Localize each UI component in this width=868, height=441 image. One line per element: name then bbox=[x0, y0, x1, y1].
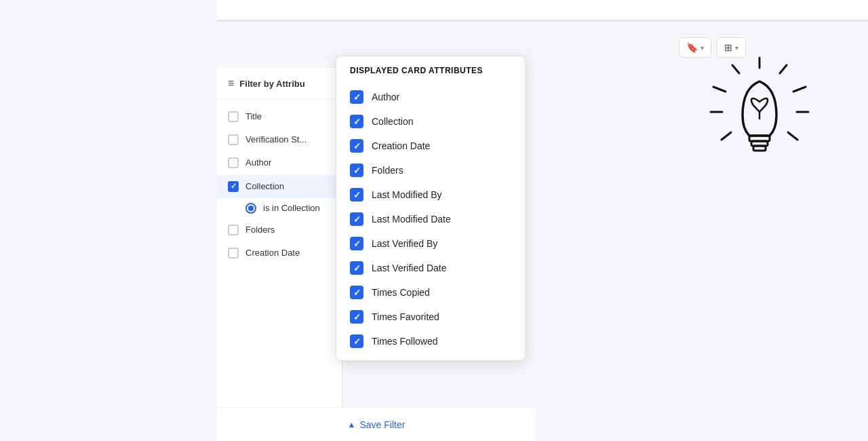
lightbulb-illustration bbox=[705, 54, 814, 190]
author-dd-label: Author bbox=[372, 92, 399, 102]
top-bar bbox=[217, 0, 868, 20]
creation-date-checkbox[interactable] bbox=[228, 248, 239, 258]
title-label: Title bbox=[245, 111, 262, 123]
title-checkbox[interactable] bbox=[228, 111, 239, 122]
dropdown-title: DISPLAYED CARD ATTRIBUTES bbox=[336, 56, 525, 82]
last-modified-by-dd-checkbox[interactable] bbox=[350, 188, 363, 202]
is-in-collection-label: is in Collection bbox=[263, 202, 320, 214]
times-favorited-dd-checkbox[interactable] bbox=[350, 310, 363, 324]
folders-dd-label: Folders bbox=[372, 165, 403, 176]
author-label: Author bbox=[245, 157, 271, 169]
dropdown-item-last-modified-date[interactable]: Last Modified Date bbox=[336, 207, 525, 231]
dropdown-item-last-modified-by[interactable]: Last Modified By bbox=[336, 183, 525, 207]
dropdown-item-last-verified-by[interactable]: Last Verified By bbox=[336, 231, 525, 256]
author-dd-checkbox[interactable] bbox=[350, 90, 363, 104]
collection-dd-checkbox[interactable] bbox=[350, 115, 363, 128]
last-modified-date-dd-label: Last Modified Date bbox=[372, 214, 451, 225]
last-modified-date-dd-checkbox[interactable] bbox=[350, 212, 363, 226]
last-verified-date-dd-label: Last Verified Date bbox=[372, 263, 447, 273]
author-checkbox[interactable] bbox=[228, 157, 239, 168]
times-followed-dd-checkbox[interactable] bbox=[350, 334, 363, 348]
filter-items-list: Title Verification St... Author Collecti… bbox=[217, 100, 342, 270]
creation-date-label: Creation Date bbox=[245, 247, 300, 259]
filter-item-verification[interactable]: Verification St... bbox=[217, 128, 342, 151]
folders-checkbox[interactable] bbox=[228, 225, 239, 235]
times-favorited-dd-label: Times Favorited bbox=[372, 311, 439, 322]
filter-panel: ≡ Filter by Attribu Title Verification S… bbox=[217, 68, 342, 441]
dropdown-item-collection[interactable]: Collection bbox=[336, 109, 525, 134]
filter-header-label: Filter by Attribu bbox=[239, 79, 304, 89]
last-verified-date-dd-checkbox[interactable] bbox=[350, 261, 363, 275]
collection-label: Collection bbox=[245, 180, 284, 193]
svg-line-3 bbox=[732, 65, 739, 73]
filter-item-collection[interactable]: Collection bbox=[217, 175, 342, 198]
dropdown-item-last-verified-date[interactable]: Last Verified Date bbox=[336, 256, 525, 280]
svg-rect-12 bbox=[753, 146, 766, 151]
card-attributes-dropdown: DISPLAYED CARD ATTRIBUTES Author Collect… bbox=[336, 56, 526, 361]
filter-item-title[interactable]: Title bbox=[217, 105, 342, 128]
times-copied-dd-checkbox[interactable] bbox=[350, 286, 363, 299]
last-verified-by-dd-checkbox[interactable] bbox=[350, 237, 363, 250]
svg-line-7 bbox=[722, 132, 731, 140]
last-modified-by-dd-label: Last Modified By bbox=[372, 189, 442, 200]
top-divider bbox=[217, 20, 868, 22]
save-filter-label: Save Filter bbox=[359, 419, 405, 430]
filter-sub-item-is-in-collection[interactable]: is in Collection bbox=[217, 198, 342, 218]
bookmark-icon: 🔖 bbox=[686, 42, 698, 53]
times-copied-dd-label: Times Copied bbox=[372, 287, 430, 298]
dropdown-item-times-favorited[interactable]: Times Favorited bbox=[336, 305, 525, 329]
is-in-collection-radio[interactable] bbox=[245, 203, 256, 214]
folders-label: Folders bbox=[245, 224, 275, 236]
filter-item-author[interactable]: Author bbox=[217, 151, 342, 174]
svg-line-1 bbox=[780, 65, 787, 73]
verification-checkbox[interactable] bbox=[228, 134, 239, 145]
verification-label: Verification St... bbox=[245, 134, 307, 146]
last-verified-by-dd-label: Last Verified By bbox=[372, 238, 437, 249]
collection-checkbox[interactable] bbox=[228, 181, 239, 192]
filter-icon: ≡ bbox=[228, 77, 234, 90]
filter-item-folders[interactable]: Folders bbox=[217, 218, 342, 242]
dropdown-item-times-followed[interactable]: Times Followed bbox=[336, 329, 525, 353]
creation-date-dd-checkbox[interactable] bbox=[350, 139, 363, 153]
filter-item-creation-date[interactable]: Creation Date bbox=[217, 242, 342, 265]
filter-header: ≡ Filter by Attribu bbox=[217, 68, 342, 100]
grid-chevron-icon: ▾ bbox=[735, 44, 738, 52]
dropdown-item-times-copied[interactable]: Times Copied bbox=[336, 280, 525, 305]
dropdown-item-author[interactable]: Author bbox=[336, 85, 525, 109]
svg-line-4 bbox=[713, 87, 726, 92]
svg-line-2 bbox=[793, 87, 806, 92]
save-filter-bar[interactable]: ▲ Save Filter bbox=[217, 407, 536, 441]
svg-line-8 bbox=[788, 132, 797, 140]
creation-date-dd-label: Creation Date bbox=[372, 140, 430, 151]
chevron-up-icon: ▲ bbox=[348, 420, 356, 429]
times-followed-dd-label: Times Followed bbox=[372, 336, 438, 347]
dropdown-item-folders[interactable]: Folders bbox=[336, 158, 525, 183]
dropdown-items-list: Author Collection Creation Date Folders … bbox=[336, 82, 525, 360]
dropdown-item-creation-date[interactable]: Creation Date bbox=[336, 134, 525, 158]
grid-icon: ⊞ bbox=[724, 42, 732, 53]
collection-dd-label: Collection bbox=[372, 116, 413, 127]
bookmark-chevron-icon: ▾ bbox=[701, 44, 704, 52]
folders-dd-checkbox[interactable] bbox=[350, 164, 363, 177]
